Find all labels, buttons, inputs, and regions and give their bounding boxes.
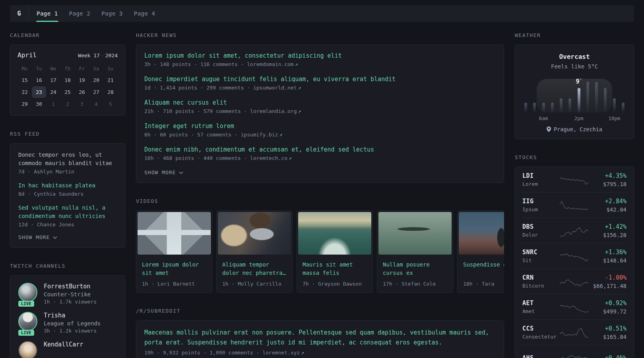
- weather-label: WEATHER: [515, 32, 634, 38]
- stock-row[interactable]: IIG Ipsum +2.84% $42.04: [522, 192, 627, 218]
- stock-change: +0.46%: [588, 354, 627, 358]
- twitch-channel-row[interactable]: LIVE Trisha League of Legends 3h · 1.2k …: [18, 312, 117, 334]
- weather-time-label: 10pm: [608, 115, 620, 121]
- stock-row[interactable]: CRN Bitcorn -1.00% $66,171.48: [522, 268, 627, 294]
- page-tab-label: Page 2: [69, 10, 91, 17]
- videos-widget: VIDEOS Lorem ipsum dolor sit amet consec…: [136, 198, 504, 293]
- external-link-icon: ↗: [279, 132, 283, 138]
- stock-row[interactable]: AHS +0.46%: [522, 345, 627, 358]
- weather-widget: WEATHER Overcast Feels like 5°C 9° 6am2p…: [515, 32, 634, 139]
- hackernews-item-title[interactable]: Integer eget rutrum lorem: [144, 123, 496, 130]
- stock-right: +2.84% $42.04: [588, 198, 627, 213]
- calendar-day: 18: [60, 74, 75, 86]
- hackernews-item-title[interactable]: Donec imperdiet augue tincidunt felis al…: [144, 76, 496, 83]
- calendar-week: Week 17: [78, 53, 100, 58]
- twitch-channel-name: KendallCarr: [44, 341, 83, 348]
- stock-name: Bitcorn: [522, 283, 560, 289]
- twitch-channel-meta: 1h · 1.7k viewers: [44, 299, 97, 305]
- weather-bar-current: [578, 88, 580, 113]
- calendar-weekday: Tu: [32, 64, 46, 74]
- external-link-icon: ↗: [298, 85, 301, 91]
- video-meta: 1h · Molly Carrillo: [217, 277, 292, 292]
- avatar: [18, 283, 37, 302]
- hackernews-item-title[interactable]: Aliquam nec cursus elit: [144, 99, 496, 106]
- hackernews-show-more-button[interactable]: SHOW MORE: [144, 169, 183, 175]
- twitch-avatar-wrap: [18, 341, 37, 358]
- stock-row[interactable]: LDI Lorem +4.35% $795.18: [522, 167, 627, 192]
- stock-change: +4.35%: [588, 172, 627, 179]
- video-card[interactable]: Nullam posuere cursus ex 17h · Stefan Co…: [377, 210, 453, 293]
- stock-sparkline: [560, 275, 588, 288]
- hackernews-item-title[interactable]: Lorem ipsum dolor sit amet, consectetur …: [144, 52, 496, 59]
- rss-widget: RSS FEED Donec tempor eros leo, ut commo…: [10, 131, 125, 248]
- page-tab[interactable]: Page 4: [128, 5, 161, 22]
- stock-symbol: DBS: [522, 223, 560, 230]
- rss-item-title[interactable]: Donec tempor eros leo, ut commodo mauris…: [18, 151, 117, 167]
- rss-show-more-button[interactable]: SHOW MORE: [18, 234, 57, 240]
- video-card[interactable]: Suspendisse diam 18h · Tara: [457, 210, 504, 293]
- calendar-weekday: Su: [103, 64, 118, 74]
- page-tab[interactable]: Page 2: [64, 5, 96, 22]
- calendar-separator: ·: [100, 53, 105, 58]
- weather-bar: [595, 82, 598, 113]
- degree-icon: °: [580, 78, 582, 82]
- calendar-day: 4: [89, 98, 103, 110]
- video-card[interactable]: Mauris sit amet massa felis 7h · Grayson…: [297, 210, 373, 293]
- twitch-channel-name: ForrestBurton: [44, 283, 97, 290]
- stock-symbol: CCS: [522, 325, 560, 332]
- hackernews-item-title[interactable]: Donec enim nibh, condimentum et accumsan…: [144, 146, 496, 153]
- rss-list: Donec tempor eros leo, ut commodo mauris…: [18, 151, 117, 228]
- calendar-day: 24: [46, 86, 60, 98]
- page-tab[interactable]: Page 1: [31, 5, 64, 22]
- page-tab[interactable]: Page 3: [96, 5, 128, 22]
- app-logo[interactable]: G: [10, 5, 28, 22]
- subreddit-post-title[interactable]: Maecenas mollis pulvinar erat non posuer…: [144, 328, 496, 348]
- video-thumbnail: [298, 212, 371, 255]
- stock-left: SNRC Sit: [522, 249, 560, 263]
- weather-bar: [622, 103, 625, 113]
- twitch-channel-game: League of Legends: [44, 320, 101, 327]
- rss-item-title[interactable]: In hac habitasse platea: [18, 181, 117, 190]
- calendar-widget: CALENDAR April Week 17·2024 MoTuWeThFrSa…: [10, 32, 125, 116]
- hackernews-widget: HACKER NEWS Lorem ipsum dolor sit amet, …: [136, 32, 504, 183]
- twitch-channel-row[interactable]: LIVE ForrestBurton Counter-Strike 1h · 1…: [18, 283, 117, 305]
- twitch-channel-game: Counter-Strike: [44, 291, 97, 298]
- calendar-header: April Week 17·2024: [17, 51, 118, 59]
- video-card[interactable]: Aliquam tempor dolor nec pharetra… 1h · …: [216, 210, 293, 293]
- dashboard-page: G Page 1Page 2Page 3Page 4 CALENDAR Apri…: [0, 0, 644, 358]
- calendar-day: 17: [46, 74, 60, 86]
- main-grid: CALENDAR April Week 17·2024 MoTuWeThFrSa…: [10, 32, 634, 358]
- video-meta: 1h · Lori Barnett: [136, 277, 212, 292]
- video-meta: 18h · Tara: [458, 277, 504, 292]
- calendar-day: 2: [60, 98, 75, 110]
- calendar-day: 21: [103, 74, 118, 86]
- external-link-icon: ↗: [298, 108, 301, 114]
- rss-item-meta: 7d · Ashlyn Martin: [18, 169, 117, 175]
- stock-name: Lorem: [522, 181, 560, 187]
- stock-row[interactable]: AET Amet +0.92% $499.72: [522, 294, 627, 319]
- hackernews-card: Lorem ipsum dolor sit amet, consectetur …: [136, 45, 504, 183]
- chevron-down-icon: [53, 236, 57, 239]
- stock-right: +1.42% $156.28: [588, 223, 627, 238]
- hackernews-item-meta: 3h · 148 points · 116 comments · loremdo…: [144, 61, 496, 67]
- video-card[interactable]: Lorem ipsum dolor sit amet consectetu… 1…: [136, 210, 212, 293]
- stock-row[interactable]: DBS Dolor +1.42% $156.28: [522, 218, 627, 243]
- twitch-channel-row[interactable]: KendallCarr: [18, 341, 117, 358]
- video-meta: 7h · Grayson Dawson: [297, 277, 372, 292]
- subreddit-widget: /R/SUBREDDIT Maecenas mollis pulvinar er…: [136, 308, 504, 358]
- hackernews-item-meta-text: 21h · 710 points · 579 comments · loreml…: [144, 108, 297, 114]
- twitch-channel-info: ForrestBurton Counter-Strike 1h · 1.7k v…: [44, 283, 97, 305]
- stock-change: -1.00%: [588, 274, 627, 281]
- stock-row[interactable]: SNRC Sit +1.36% $148.64: [522, 243, 627, 268]
- stock-change: +1.36%: [588, 249, 627, 256]
- twitch-channel-name: Trisha: [44, 312, 101, 319]
- twitch-channel-info: Trisha League of Legends 3h · 1.2k viewe…: [44, 312, 101, 334]
- twitch-avatar-wrap: LIVE: [18, 283, 37, 305]
- page-tab-label: Page 1: [37, 10, 58, 17]
- video-thumbnail: [378, 212, 452, 255]
- stock-price: $42.04: [588, 206, 627, 213]
- twitch-label: TWITCH CHANNELS: [10, 263, 125, 269]
- stock-row[interactable]: CCS Consectetur +0.51% $165.84: [522, 319, 627, 345]
- calendar-weekday: Fr: [75, 64, 89, 74]
- rss-item-title[interactable]: Sed volutpat nulla nisl, a condimentum n…: [18, 204, 117, 220]
